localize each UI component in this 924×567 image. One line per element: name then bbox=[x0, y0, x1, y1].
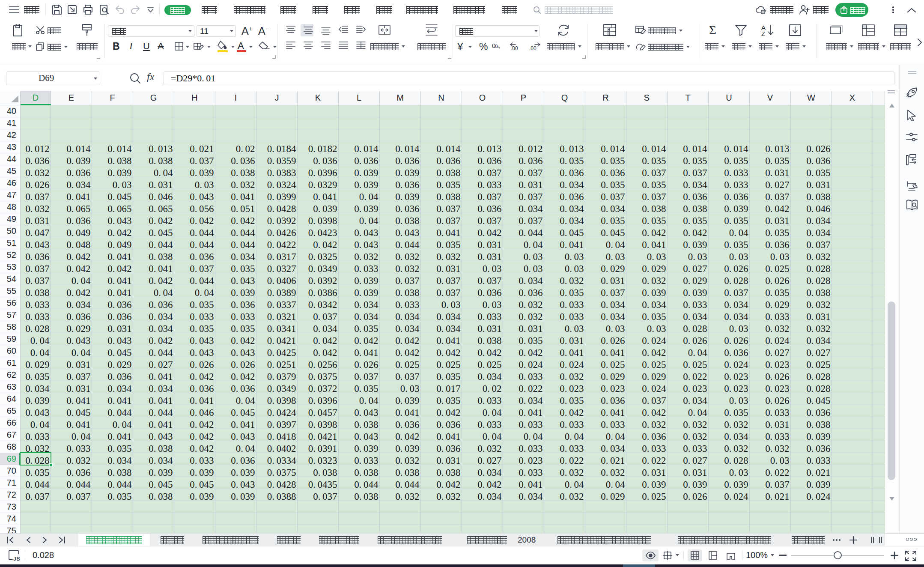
svg-text:Z: Z bbox=[761, 30, 765, 36]
svg-text:JS: JS bbox=[13, 555, 20, 561]
svg-text:.00: .00 bbox=[529, 45, 537, 51]
svg-text:.00: .00 bbox=[511, 45, 518, 51]
